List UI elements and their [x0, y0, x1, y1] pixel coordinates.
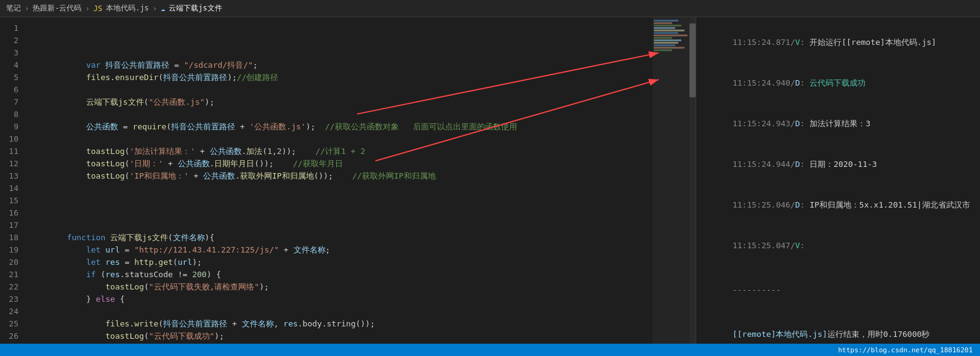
- main-area: 12345 678910 1112131415 1617181920 21222…: [0, 17, 980, 344]
- log-line-result: [[remote]本地代码.js]运行结束，用时0.176000秒: [704, 314, 973, 344]
- log-line-1: 11:15:24.871/V: 开始运行[[remote]本地代码.js]: [704, 22, 973, 63]
- js-icon: JS: [94, 4, 102, 13]
- code-line-10: toastLog('加法计算结果：' + 公共函数.加法(1,2)); //计算…: [28, 133, 653, 145]
- log-line-sep: ----------: [704, 270, 973, 310]
- breadcrumb-bar: 笔记 › 热跟新-云代码 › JS 本地代码.js › ☁ 云端下载js文件: [0, 0, 980, 17]
- code-line-24: files.write(抖音公共前置路径 + 文件名称, res.body.st…: [28, 305, 653, 318]
- code-line-8: 公共函数 = require(抖音公共前置路径 + '公共函数.js'); //…: [28, 108, 653, 121]
- code-line-27: [28, 342, 653, 344]
- sep3: ›: [153, 4, 157, 13]
- breadcrumb-cloud[interactable]: 热跟新-云代码: [33, 3, 81, 14]
- log-line-6: 11:15:25.047/V:: [704, 225, 973, 266]
- code-line-14: [28, 182, 653, 195]
- code-line-17: function 云端下载js文件(文件名称){: [28, 219, 653, 232]
- code-editor-wrapper: 12345 678910 1112131415 1617181920 21222…: [0, 17, 696, 344]
- code-content[interactable]: var 抖音公共前置路径 = "/sdcard/抖音/"; files.ensu…: [23, 17, 653, 344]
- breadcrumb-current: 云端下载js文件: [169, 3, 222, 14]
- sep1: ›: [25, 4, 29, 13]
- log-line-4: 11:15:24.944/D: 日期：2020-11-3: [704, 144, 973, 185]
- sep2: ›: [85, 4, 89, 13]
- breadcrumb-notes[interactable]: 笔记: [6, 3, 21, 14]
- csdn-url[interactable]: https://blog.csdn.net/qq_18816201: [838, 346, 973, 354]
- editor-scrollbar[interactable]: [689, 17, 696, 344]
- bottom-bar: https://blog.csdn.net/qq_18816201: [0, 344, 980, 356]
- code-line-3: var 抖音公共前置路径 = "/sdcard/抖音/";: [28, 47, 653, 59]
- output-panel: 11:15:24.871/V: 开始运行[[remote]本地代码.js] 11…: [696, 17, 980, 344]
- log-line-5: 11:15:25.046/D: IP和归属地：5x.x1.201.51|湖北省武…: [704, 185, 973, 225]
- code-line-15: [28, 195, 653, 207]
- cloud-icon: ☁: [161, 4, 165, 13]
- code-line-16: [28, 207, 653, 219]
- minimap: [653, 17, 689, 344]
- code-line-6: 云端下载js文件("公共函数.js");: [28, 84, 653, 96]
- code-line-2: [28, 34, 653, 47]
- log-line-3: 11:15:24.943/D: 加法计算结果：3: [704, 103, 973, 144]
- code-line-1: [28, 22, 653, 34]
- log-line-2: 11:15:24.940/D: 云代码下载成功: [704, 63, 973, 103]
- breadcrumb-local[interactable]: 本地代码.js: [106, 3, 149, 14]
- scrollbar-thumb[interactable]: [689, 23, 696, 97]
- line-numbers: 12345 678910 1112131415 1617181920 21222…: [0, 17, 23, 344]
